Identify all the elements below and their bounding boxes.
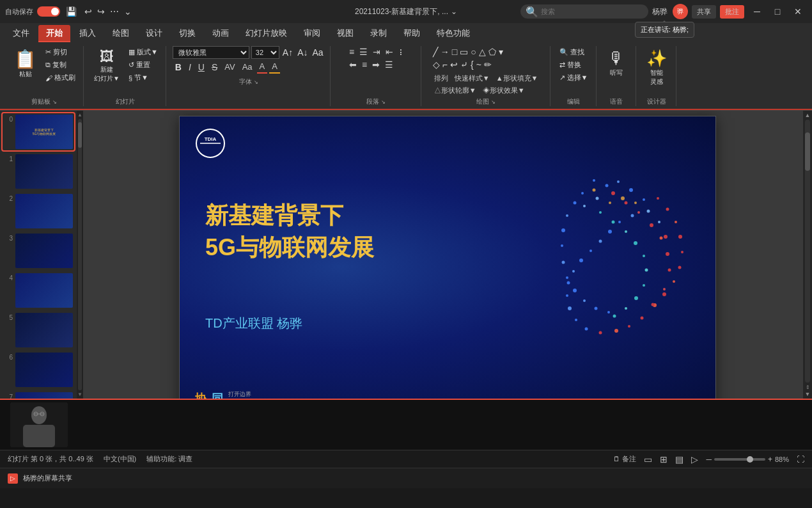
tab-home[interactable]: 开始 bbox=[38, 25, 70, 42]
arrange-button[interactable]: 排列 bbox=[432, 73, 450, 84]
shape-fill-button[interactable]: ▲形状填充▼ bbox=[494, 73, 540, 84]
section-button[interactable]: §节▼ bbox=[126, 72, 160, 84]
paste-button[interactable]: 📋 粘贴 bbox=[10, 46, 40, 81]
slide-thumb-1[interactable]: 1 bbox=[3, 153, 74, 190]
user-avatar[interactable]: 骅 正在讲话: 杨骅; bbox=[673, 4, 688, 19]
tab-view[interactable]: 视图 bbox=[329, 25, 361, 42]
replace-button[interactable]: ⇄替换 bbox=[557, 59, 591, 71]
free-draw-icon[interactable]: ✏ bbox=[483, 59, 492, 70]
normal-view-icon[interactable]: ▭ bbox=[644, 454, 652, 464]
triangle-shape-icon[interactable]: △ bbox=[478, 46, 487, 58]
reset-button[interactable]: ↺重置 bbox=[126, 59, 160, 71]
slide-canvas[interactable]: TDIA 新基建背景下 5G与物联网发展 TD产业联盟 杨骅 bbox=[179, 116, 716, 399]
zoom-increase-icon[interactable]: + bbox=[768, 455, 772, 464]
font-case-button[interactable]: Aa bbox=[240, 61, 255, 73]
zoom-slider[interactable] bbox=[714, 458, 765, 461]
tab-slideshow[interactable]: 幻灯片放映 bbox=[238, 25, 295, 42]
layout-button[interactable]: ▦版式▼ bbox=[126, 46, 160, 58]
find-button[interactable]: 🔍查找 bbox=[557, 46, 591, 58]
tab-transitions[interactable]: 切换 bbox=[171, 25, 203, 42]
slideshow-icon[interactable]: ▷ bbox=[691, 454, 698, 464]
italic-button[interactable]: I bbox=[186, 61, 194, 74]
font-name-select[interactable]: 微软雅黑 bbox=[173, 46, 249, 59]
bold-button[interactable]: B bbox=[173, 61, 184, 74]
scroll-down-icon[interactable]: ▼ bbox=[77, 392, 82, 397]
canvas-scroll-up[interactable]: ▲ bbox=[805, 112, 811, 118]
rect-shape-icon[interactable]: □ bbox=[451, 46, 458, 58]
tab-record[interactable]: 录制 bbox=[363, 25, 394, 42]
strikethrough-button[interactable]: S bbox=[209, 61, 220, 74]
zoom-decrease-icon[interactable]: ─ bbox=[706, 455, 712, 464]
canvas-scroll-down[interactable]: ▼ bbox=[805, 391, 811, 397]
font-size-select[interactable]: 32 bbox=[251, 46, 279, 59]
cut-button[interactable]: ✂剪切 bbox=[43, 46, 78, 58]
underline-button[interactable]: U bbox=[196, 61, 207, 74]
more-shapes-icon[interactable]: ▾ bbox=[498, 46, 504, 58]
select-button[interactable]: ↗选择▼ bbox=[557, 72, 591, 84]
smart-design-button[interactable]: ✨ 智能 灵感 bbox=[643, 46, 671, 89]
curve-arrow-icon[interactable]: ↩ bbox=[449, 59, 458, 70]
justify-icon[interactable]: ☰ bbox=[383, 59, 395, 70]
rounded-rect-icon[interactable]: ▭ bbox=[459, 46, 469, 58]
dictate-button[interactable]: 🎙 听写 bbox=[604, 46, 629, 80]
indent-increase-icon[interactable]: ⇥ bbox=[371, 46, 382, 58]
slide-thumb-2[interactable]: 2 bbox=[3, 193, 74, 230]
filename-arrow[interactable]: ⌄ bbox=[451, 7, 457, 16]
slide-thumb-6[interactable]: 6 bbox=[3, 351, 74, 388]
clear-format-icon[interactable]: Aa bbox=[311, 47, 324, 58]
new-slide-button[interactable]: 🖼 新建 幻灯片▼ bbox=[90, 46, 123, 86]
align-left-icon[interactable]: ⬅ bbox=[347, 59, 359, 70]
slide-panel-scrollbar[interactable]: ▲ ▼ bbox=[77, 111, 83, 399]
save-icon[interactable]: 💾 bbox=[64, 5, 79, 18]
tab-file[interactable]: 文件 bbox=[5, 25, 37, 42]
align-right-icon[interactable]: ➡ bbox=[370, 59, 382, 70]
search-input[interactable] bbox=[541, 8, 643, 15]
slide-thumb-5[interactable]: 5 bbox=[3, 312, 74, 349]
quick-styles-button[interactable]: 快速样式▼ bbox=[453, 73, 492, 84]
align-center-icon[interactable]: ≡ bbox=[360, 59, 369, 70]
bend-arrow-icon[interactable]: ⤶ bbox=[460, 59, 469, 70]
canvas-scroll-arrows-mid[interactable]: ⇕ bbox=[805, 384, 811, 391]
l-shape-icon[interactable]: ⌐ bbox=[442, 59, 448, 70]
column-icon[interactable]: ⫶ bbox=[396, 46, 405, 58]
tab-review[interactable]: 审阅 bbox=[296, 25, 328, 42]
comment-icon-btn[interactable]: 批注 bbox=[720, 5, 744, 19]
slide-thumb-4[interactable]: 4 bbox=[3, 272, 74, 309]
notes-button[interactable]: 🗒 备注 bbox=[613, 454, 636, 464]
wave-icon[interactable]: ~ bbox=[476, 59, 482, 70]
char-spacing-button[interactable]: AV bbox=[222, 61, 237, 73]
slide-thumb-3[interactable]: 3 bbox=[3, 232, 74, 269]
pentagon-shape-icon[interactable]: ⬠ bbox=[488, 46, 497, 58]
search-box[interactable]: 🔍 bbox=[520, 4, 648, 19]
tab-help[interactable]: 帮助 bbox=[396, 25, 428, 42]
more-icon[interactable]: ⋯ bbox=[108, 5, 121, 18]
shape-outline-button[interactable]: △形状轮廓▼ bbox=[432, 85, 478, 96]
share-icon-btn[interactable]: 共享 bbox=[692, 5, 716, 19]
redo-icon[interactable]: ↪ bbox=[95, 5, 107, 18]
slide-thumb-0[interactable]: 0 新基建背景下5G与物联网发展 bbox=[3, 113, 74, 150]
numbered-list-icon[interactable]: ☰ bbox=[357, 46, 370, 58]
slide-thumb-7[interactable]: 7 bbox=[3, 391, 74, 399]
close-button[interactable]: ✕ bbox=[789, 4, 807, 19]
tab-animations[interactable]: 动画 bbox=[205, 25, 237, 42]
copy-button[interactable]: ⧉复制 bbox=[43, 59, 78, 71]
scroll-up-icon[interactable]: ▲ bbox=[77, 112, 82, 118]
font-increase-icon[interactable]: A↑ bbox=[281, 47, 294, 58]
tab-special[interactable]: 特色功能 bbox=[429, 25, 478, 42]
diamond-shape-icon[interactable]: ◇ bbox=[432, 59, 441, 70]
fit-slide-icon[interactable]: ⛶ bbox=[797, 455, 804, 464]
arrow-shape-icon[interactable]: → bbox=[440, 46, 450, 58]
brace-icon[interactable]: { bbox=[470, 59, 474, 70]
autosave-toggle[interactable] bbox=[37, 6, 60, 17]
font-decrease-icon[interactable]: A↓ bbox=[296, 47, 309, 58]
line-shape-icon[interactable]: ╱ bbox=[432, 46, 439, 58]
bullet-list-icon[interactable]: ≡ bbox=[347, 46, 356, 58]
tab-design[interactable]: 设计 bbox=[138, 25, 170, 42]
tab-insert[interactable]: 插入 bbox=[72, 25, 104, 42]
highlight-color-button[interactable]: A bbox=[269, 60, 280, 74]
customize-icon[interactable]: ⌄ bbox=[122, 5, 134, 18]
slide-sorter-icon[interactable]: ⊞ bbox=[660, 454, 668, 464]
font-color-button[interactable]: A bbox=[257, 60, 268, 74]
format-paint-button[interactable]: 🖌格式刷 bbox=[43, 72, 78, 84]
indent-decrease-icon[interactable]: ⇤ bbox=[384, 46, 395, 58]
